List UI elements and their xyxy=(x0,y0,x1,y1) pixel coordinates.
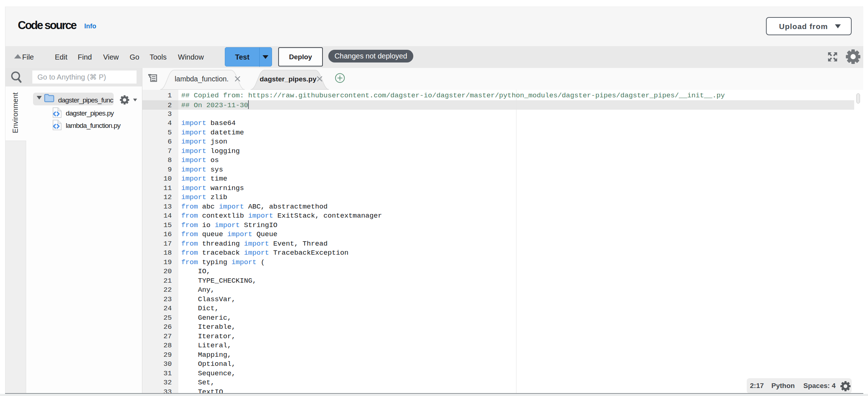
svg-text:lambda_function.: lambda_function. xyxy=(175,75,229,83)
svg-text:dagster_pipes.py: dagster_pipes.py xyxy=(260,75,317,83)
